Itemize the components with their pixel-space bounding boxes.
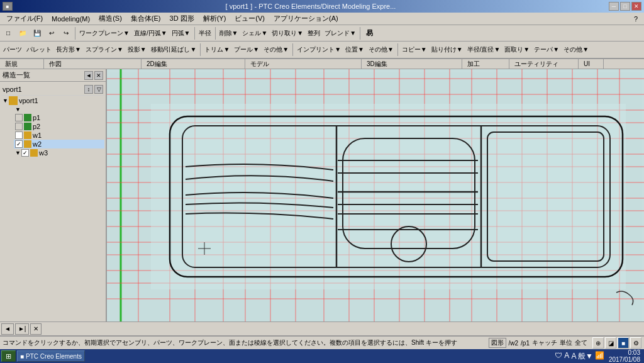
menu-application[interactable]: アプリケーション(A): [270, 13, 342, 25]
tree-check-p1[interactable]: [15, 114, 23, 121]
palette-btn[interactable]: パレット: [25, 43, 53, 57]
menu-modeling[interactable]: Modeling(M): [48, 14, 94, 24]
undo-btn[interactable]: ↩: [45, 26, 58, 40]
imprint-btn[interactable]: インプリント▼: [295, 43, 343, 57]
tree-sort-btn[interactable]: ↕: [84, 85, 93, 94]
cut-btn[interactable]: 切り取り▼: [270, 26, 305, 40]
menu-structure[interactable]: 構造(S): [95, 13, 126, 25]
snap-icon[interactable]: ⊕: [592, 337, 604, 349]
menu-assembly[interactable]: 集合体(E): [127, 13, 165, 25]
app-label: PTC Creo Elements: [26, 353, 82, 360]
line-arc-btn[interactable]: 直線/円弧▼: [132, 26, 169, 40]
tree-check-p2[interactable]: [15, 123, 23, 130]
nav-marker-btn[interactable]: ►|: [15, 323, 30, 335]
panel-controls: ◄ ✕: [84, 71, 103, 80]
tree-item-expand[interactable]: ▼: [14, 106, 104, 113]
easy-btn[interactable]: 易: [362, 26, 376, 40]
signal-icon: 📶: [595, 351, 604, 362]
maximize-button[interactable]: □: [620, 2, 630, 11]
projection-btn[interactable]: 投影▼: [126, 43, 148, 57]
align-btn[interactable]: 整列: [306, 26, 322, 40]
taskbar-tray: 🛡 A A 般▼ 📶 0:03 2017/01/08: [552, 349, 643, 363]
location-btn[interactable]: 位置▼: [343, 43, 366, 57]
tray-time: 0:03: [628, 349, 640, 356]
minimize-button[interactable]: ─: [609, 2, 619, 11]
main-area: 構造一覧 ◄ ✕ vport1 ↕ ▽ ▼ vport1 ▼: [0, 69, 644, 321]
move-stretch-btn[interactable]: 移動/引延ばし▼: [149, 43, 199, 57]
sep3: [215, 27, 216, 40]
other3-btn[interactable]: その他▼: [562, 43, 591, 57]
tree-check-w3[interactable]: ✓: [21, 149, 29, 157]
sep7: [397, 43, 398, 56]
app-icon: ■: [20, 353, 24, 360]
circle-btn[interactable]: 円弧▼: [170, 26, 192, 40]
section-ui: UI: [579, 59, 604, 69]
tree-toolbar: vport1 ↕ ▽: [1, 83, 104, 96]
expand-icon2: ▼: [15, 106, 21, 113]
tree-icon-p2: [24, 123, 31, 130]
toolbar-row1: □ 📁 💾 ↩ ↪ ワークプレーン▼ 直線/円弧▼ 円弧▼ 半径 削除▼ シェル…: [0, 25, 644, 42]
taper-btn[interactable]: テーパ▼: [532, 43, 561, 57]
menu-view[interactable]: ビュー(V): [231, 13, 269, 25]
antivirus-icon: 🛡: [555, 351, 562, 362]
panel-close-btn[interactable]: ✕: [94, 71, 103, 80]
blend-btn[interactable]: ブレンド▼: [323, 26, 358, 40]
workplane-btn[interactable]: ワークプレーン▼: [77, 26, 131, 40]
tree-item-w1[interactable]: w1: [14, 131, 104, 140]
tree-filter-btn[interactable]: ▽: [94, 85, 103, 94]
nav-close-btn[interactable]: ✕: [30, 323, 42, 335]
taskbar-app-btn[interactable]: ■ PTC Creo Elements: [17, 350, 85, 362]
shell-btn[interactable]: シェル▼: [240, 26, 269, 40]
nav-left-btn[interactable]: ◄: [1, 323, 14, 335]
section-model: モデル: [245, 59, 362, 69]
half-diameter-btn[interactable]: 半径/直径▼: [465, 43, 502, 57]
toolbar-row2: パーツ パレット 長方形▼ スプライン▼ 投影▼ 移動/引延ばし▼ トリム▼ プ…: [0, 42, 644, 58]
section-draw: 作図: [44, 59, 142, 69]
tree-root[interactable]: ▼ vport1: [1, 96, 104, 106]
tree-label-w1: w1: [33, 131, 42, 139]
tree-item-p2[interactable]: p2: [14, 122, 104, 131]
save-btn[interactable]: 💾: [30, 26, 44, 40]
chamfer-btn[interactable]: 面取り▼: [502, 43, 531, 57]
pool-btn[interactable]: プール▼: [232, 43, 261, 57]
tree-item-w3[interactable]: ▼ ✓ w3: [14, 148, 104, 157]
tree-icon-w1: [24, 131, 31, 139]
new-btn[interactable]: □: [1, 26, 15, 40]
redo-btn[interactable]: ↪: [59, 26, 73, 40]
tree-label-w3: w3: [39, 149, 48, 157]
other2-btn[interactable]: その他▼: [367, 43, 396, 57]
paste-btn[interactable]: 貼り付け▼: [430, 43, 465, 57]
section-labels: 新規 作図 2D編集 モデル 3D編集 加工 ユーティリティ UI: [0, 59, 644, 69]
settings-icon[interactable]: ⚙: [630, 337, 641, 349]
titlebar: ■ [ vport1 ] - PTC Creo Elements/Direct …: [0, 0, 644, 13]
viewport[interactable]: [107, 69, 644, 321]
copy-btn[interactable]: コピー▼: [400, 43, 429, 57]
trim-btn[interactable]: トリム▼: [203, 43, 231, 57]
start-button[interactable]: ⊞: [1, 350, 16, 362]
parts-btn[interactable]: パーツ: [1, 43, 24, 57]
panel-title: 構造一覧: [3, 70, 30, 80]
tree-check-w1[interactable]: [15, 131, 23, 139]
spline-btn[interactable]: スプライン▼: [84, 43, 125, 57]
menu-3d-shape[interactable]: 3D 図形: [166, 13, 198, 25]
menu-analysis[interactable]: 解析(Y): [199, 13, 230, 25]
tree-item-p1[interactable]: p1: [14, 113, 104, 122]
sep6: [292, 43, 293, 56]
cad-drawing: [107, 69, 644, 321]
radius-btn[interactable]: 半径: [197, 26, 213, 40]
other1-btn[interactable]: その他▼: [262, 43, 291, 57]
delete-btn[interactable]: 削除▼: [218, 26, 240, 40]
panel-pin-btn[interactable]: ◄: [84, 71, 93, 80]
menu-file[interactable]: ファイル(F): [3, 13, 47, 25]
sep4: [360, 27, 360, 40]
open-btn[interactable]: 📁: [16, 26, 30, 40]
menu-help[interactable]: ?: [630, 14, 641, 24]
tree-check-w2[interactable]: ✓: [15, 140, 23, 148]
section-2d-edit: 2D編集: [142, 59, 245, 69]
view-icon[interactable]: ◪: [605, 337, 616, 349]
tree-root-name: vport1: [19, 97, 38, 104]
close-button[interactable]: ✕: [631, 2, 641, 11]
rectangle-btn[interactable]: 長方形▼: [54, 43, 83, 57]
3d-icon[interactable]: ■: [618, 337, 629, 349]
tree-item-w2[interactable]: ✓ w2: [14, 140, 104, 148]
